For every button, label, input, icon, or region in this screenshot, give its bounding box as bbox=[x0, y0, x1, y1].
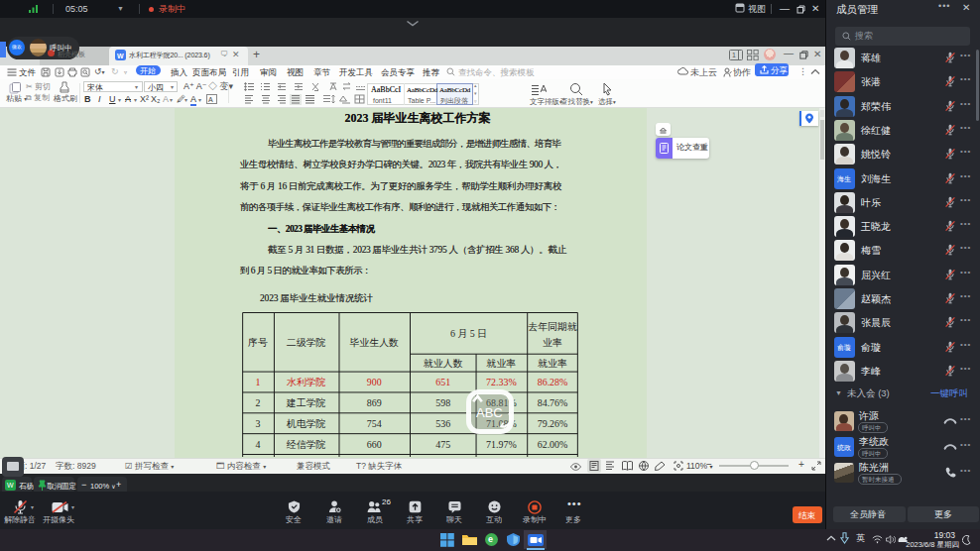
svg-text:水利学院: 水利学院 bbox=[287, 377, 326, 387]
svg-text:经信学院: 经信学院 bbox=[287, 439, 326, 450]
svg-text:业率: 业率 bbox=[543, 337, 562, 348]
svg-text:62.00%: 62.00% bbox=[538, 439, 568, 450]
svg-text:754: 754 bbox=[367, 418, 382, 429]
svg-text:71.97%: 71.97% bbox=[486, 439, 517, 450]
svg-text:去年同期就: 去年同期就 bbox=[528, 321, 577, 332]
svg-text:86.28%: 86.28% bbox=[538, 377, 568, 387]
svg-text:900: 900 bbox=[367, 377, 382, 387]
svg-text:6 月 5 日: 6 月 5 日 bbox=[450, 328, 487, 339]
svg-text:79.26%: 79.26% bbox=[538, 418, 568, 429]
svg-text:1: 1 bbox=[256, 377, 261, 387]
svg-text:机电学院: 机电学院 bbox=[287, 418, 326, 429]
svg-text:651: 651 bbox=[435, 377, 450, 387]
svg-text:就业率: 就业率 bbox=[537, 358, 567, 369]
svg-text:序号: 序号 bbox=[248, 337, 268, 348]
svg-text:就业率: 就业率 bbox=[485, 358, 516, 369]
svg-text:就业人数: 就业人数 bbox=[423, 358, 463, 369]
svg-text:869: 869 bbox=[367, 397, 382, 408]
svg-text:475: 475 bbox=[435, 439, 450, 450]
svg-text:毕业生人数: 毕业生人数 bbox=[349, 337, 399, 348]
svg-text:1: 1 bbox=[732, 52, 736, 58]
svg-text:84.76%: 84.76% bbox=[538, 397, 568, 408]
svg-text:2: 2 bbox=[256, 397, 261, 408]
svg-text:598: 598 bbox=[435, 397, 450, 408]
svg-text:536: 536 bbox=[435, 418, 450, 429]
svg-text:4: 4 bbox=[256, 439, 261, 450]
svg-text:72.33%: 72.33% bbox=[486, 377, 517, 387]
svg-text:建工学院: 建工学院 bbox=[286, 397, 326, 408]
svg-text:660: 660 bbox=[367, 439, 382, 450]
svg-text:二级学院: 二级学院 bbox=[287, 337, 326, 348]
svg-text:3: 3 bbox=[256, 418, 261, 429]
